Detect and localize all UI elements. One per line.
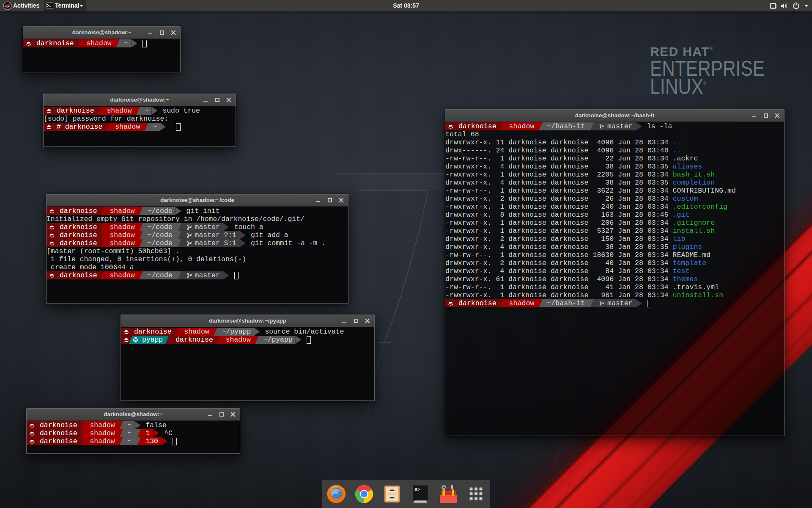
svg-text:$>: $>: [414, 487, 420, 492]
